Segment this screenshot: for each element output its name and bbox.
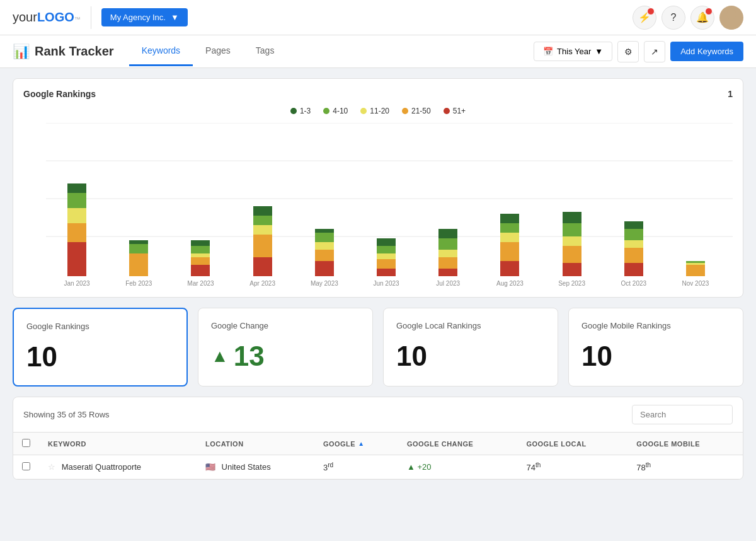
add-keywords-button[interactable]: Add Keywords — [670, 42, 743, 61]
bolt-button[interactable]: ⚡ — [633, 6, 656, 30]
tab-keywords[interactable]: Keywords — [129, 37, 193, 66]
bar-segment — [686, 265, 705, 276]
date-filter-button[interactable]: 📅 This Year ▼ — [534, 42, 612, 61]
bar-label: Oct 2023 — [621, 280, 646, 287]
bar-segment — [377, 238, 396, 246]
notification-badge — [705, 8, 713, 15]
legend-label-21-50: 21-50 — [411, 107, 431, 115]
google-sort[interactable]: GOOGLE ▲ — [323, 440, 389, 448]
google-local-value: 74 — [526, 463, 535, 472]
col-google-change: GOOGLE CHANGE — [398, 433, 518, 455]
keyword-table: KEYWORD LOCATION GOOGLE ▲ GOOGLE CHANGE … — [13, 432, 743, 479]
bar-segment — [253, 225, 272, 235]
stat-google-change[interactable]: Google Change ▲ 13 — [198, 308, 373, 387]
tab-tags[interactable]: Tags — [243, 37, 287, 66]
bar-segment — [563, 246, 581, 263]
bar-group-jun2023: Jun 2023 — [355, 238, 417, 287]
bar-stack — [191, 240, 210, 276]
chart-title: Google Rankings — [23, 89, 96, 99]
share-icon: ↗ — [651, 47, 658, 57]
row-checkbox — [13, 455, 39, 479]
legend-dot-1-3 — [290, 108, 297, 114]
legend-21-50: 21-50 — [402, 107, 431, 115]
svg-point-1 — [723, 21, 740, 30]
bar-segment — [563, 236, 581, 246]
bar-segment — [129, 244, 148, 253]
svg-point-0 — [726, 9, 736, 20]
stat-value-mobile: 10 — [581, 340, 730, 372]
stat-value-change: ▲ 13 — [211, 340, 360, 372]
checkbox-header — [13, 433, 39, 455]
share-button[interactable]: ↗ — [644, 41, 665, 62]
agency-label: My Agency Inc. — [110, 13, 166, 22]
chart-header: Google Rankings 1 — [23, 89, 733, 99]
keyword-value: Maserati Quattroporte — [62, 462, 141, 472]
bar-stack — [624, 221, 643, 276]
header-right: ⚡ ? 🔔 — [633, 6, 743, 30]
bar-segment — [315, 261, 334, 276]
bar-segment — [191, 265, 210, 276]
col-google-local: GOOGLE LOCAL — [517, 433, 627, 455]
select-all-checkbox[interactable] — [22, 439, 30, 447]
legend-dot-4-10 — [323, 108, 329, 114]
filter-button[interactable]: ⚙ — [617, 41, 639, 62]
keyword-table-card: Showing 35 of 35 Rows KEYWORD LOCATION G… — [13, 397, 743, 480]
search-input[interactable] — [632, 405, 733, 424]
bar-label: Jul 2023 — [436, 280, 460, 287]
col-location: LOCATION — [197, 433, 314, 455]
bolt-badge — [647, 8, 655, 15]
content-area: Google Rankings 1 1-3 4-10 11-20 21-50 — [0, 68, 756, 490]
chart-icon: 📊 — [13, 44, 30, 60]
agency-button[interactable]: My Agency Inc. ▼ — [101, 8, 188, 26]
bar-label: Nov 2023 — [682, 280, 709, 287]
stat-google-local[interactable]: Google Local Rankings 10 — [383, 308, 558, 387]
bar-segment — [624, 263, 643, 276]
stat-title-local: Google Local Rankings — [396, 321, 545, 330]
bar-segment — [438, 269, 457, 276]
table-header-row: KEYWORD LOCATION GOOGLE ▲ GOOGLE CHANGE … — [13, 433, 743, 455]
google-mobile-value: 78 — [636, 463, 645, 472]
bar-stack — [686, 261, 705, 276]
user-avatar[interactable] — [719, 6, 743, 30]
bar-group-may2023: May 2023 — [294, 229, 355, 287]
bar-group-apr2023: Apr 2023 — [232, 206, 294, 287]
notification-button[interactable]: 🔔 — [690, 6, 714, 30]
chart-count: 1 — [728, 89, 733, 99]
google-change-value: ▲ +20 — [407, 462, 432, 472]
logo: yourLOGO™ — [13, 10, 81, 25]
add-keywords-label: Add Keywords — [680, 47, 733, 56]
bar-segment — [253, 235, 272, 257]
sub-header-right: 📅 This Year ▼ ⚙ ↗ Add Keywords — [534, 41, 743, 62]
keyword-star-icon[interactable]: ☆ — [48, 462, 55, 472]
tab-pages[interactable]: Pages — [193, 37, 243, 66]
keyword-cell: ☆ Maserati Quattroporte — [39, 455, 197, 479]
keyword-sort[interactable]: KEYWORD — [48, 440, 188, 448]
legend-11-20: 11-20 — [360, 107, 389, 115]
bars-container: Jan 2023Feb 2023Mar 2023Apr 2023May 2023… — [46, 123, 733, 287]
chevron-down-icon: ▼ — [595, 47, 603, 56]
stat-google-rankings[interactable]: Google Rankings 10 — [13, 308, 188, 387]
question-icon: ? — [671, 12, 677, 23]
change-arrow-icon: ▲ — [407, 462, 415, 472]
bar-segment — [500, 214, 519, 223]
google-mobile-cell: 78th — [627, 455, 743, 479]
calendar-icon: 📅 — [543, 47, 553, 56]
table-row: ☆ Maserati Quattroporte 🇺🇸 United States… — [13, 455, 743, 479]
sort-icon-google: ▲ — [358, 440, 364, 447]
bar-label: Jun 2023 — [373, 280, 399, 287]
row-select-checkbox[interactable] — [22, 462, 30, 470]
bar-segment — [438, 257, 457, 269]
bar-segment — [67, 183, 86, 193]
help-button[interactable]: ? — [662, 6, 685, 30]
bar-segment — [191, 257, 210, 265]
bar-segment — [377, 246, 396, 253]
bar-segment — [67, 223, 86, 242]
stat-google-mobile[interactable]: Google Mobile Rankings 10 — [568, 308, 743, 387]
bar-segment — [563, 263, 581, 276]
stat-title-mobile: Google Mobile Rankings — [581, 321, 730, 330]
bar-segment — [253, 257, 272, 276]
bar-stack — [563, 212, 581, 276]
col-google-mobile: GOOGLE MOBILE — [627, 433, 743, 455]
bar-label: Mar 2023 — [187, 280, 214, 287]
bar-segment — [377, 269, 396, 276]
